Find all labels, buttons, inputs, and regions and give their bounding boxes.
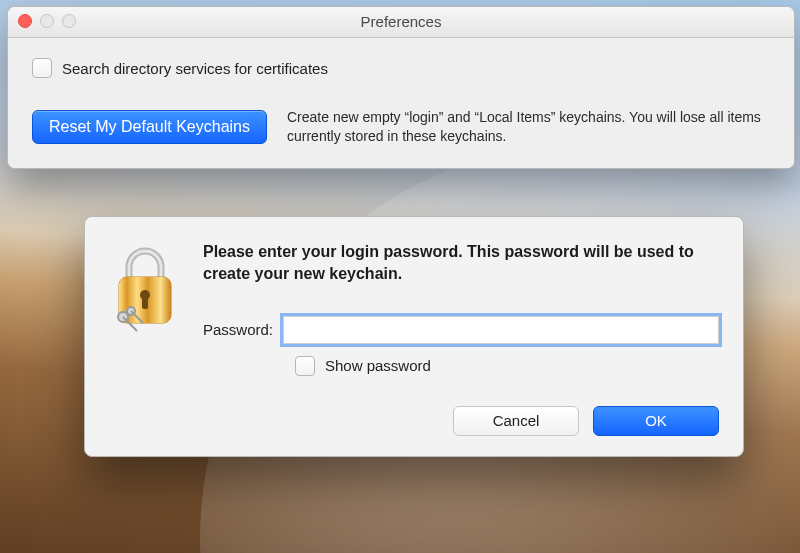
- reset-keychains-button[interactable]: Reset My Default Keychains: [32, 110, 267, 144]
- dialog-heading: Please enter your login password. This p…: [203, 241, 719, 286]
- reset-keychains-row: Reset My Default Keychains Create new em…: [32, 108, 770, 146]
- password-row: Password:: [203, 316, 719, 344]
- lock-icon: [109, 245, 181, 336]
- zoom-icon[interactable]: [62, 14, 76, 28]
- search-certificates-checkbox[interactable]: [32, 58, 52, 78]
- cancel-button-label: Cancel: [493, 412, 540, 429]
- cancel-button[interactable]: Cancel: [453, 406, 579, 436]
- reset-keychains-description: Create new empty “login” and “Local Item…: [287, 108, 770, 146]
- dialog-actions: Cancel OK: [109, 406, 719, 436]
- password-dialog: Please enter your login password. This p…: [84, 216, 744, 457]
- window-controls: [18, 14, 76, 28]
- minimize-icon[interactable]: [40, 14, 54, 28]
- password-input[interactable]: [283, 316, 719, 344]
- show-password-row: Show password: [295, 356, 719, 376]
- preferences-body: Search directory services for certificat…: [8, 38, 794, 168]
- close-icon[interactable]: [18, 14, 32, 28]
- preferences-window: Preferences Search directory services fo…: [7, 6, 795, 169]
- dialog-content: Please enter your login password. This p…: [203, 241, 719, 376]
- search-certificates-label: Search directory services for certificat…: [62, 60, 328, 77]
- ok-button-label: OK: [645, 412, 667, 429]
- show-password-label: Show password: [325, 357, 431, 374]
- show-password-checkbox[interactable]: [295, 356, 315, 376]
- desktop-background: Preferences Search directory services fo…: [0, 0, 800, 553]
- window-title: Preferences: [361, 13, 442, 30]
- password-label: Password:: [203, 321, 273, 338]
- svg-rect-3: [142, 297, 148, 309]
- titlebar[interactable]: Preferences: [8, 7, 794, 38]
- ok-button[interactable]: OK: [593, 406, 719, 436]
- reset-keychains-button-label: Reset My Default Keychains: [49, 118, 250, 135]
- search-certificates-row: Search directory services for certificat…: [32, 58, 770, 78]
